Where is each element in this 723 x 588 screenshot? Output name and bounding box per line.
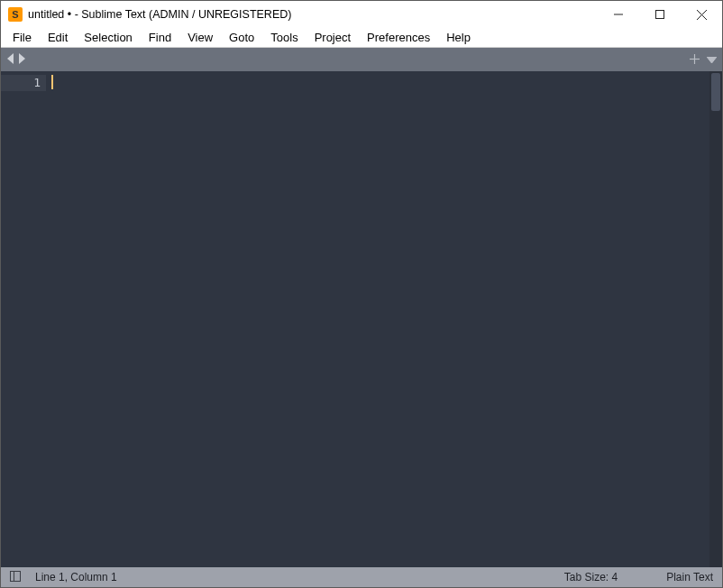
- line-number-1: 1: [1, 75, 46, 91]
- chevron-down-icon: [707, 57, 717, 64]
- menu-selection[interactable]: Selection: [76, 29, 140, 46]
- chevron-left-icon: [6, 53, 15, 64]
- text-cursor: [51, 75, 53, 89]
- tab-prev-button[interactable]: [6, 53, 15, 67]
- svg-marker-4: [7, 53, 14, 64]
- menu-preferences[interactable]: Preferences: [359, 29, 438, 46]
- menu-view[interactable]: View: [179, 29, 221, 46]
- app-icon: S: [8, 7, 23, 22]
- maximize-button[interactable]: [639, 1, 681, 28]
- vertical-scrollbar[interactable]: [709, 71, 722, 567]
- menu-edit[interactable]: Edit: [40, 29, 76, 46]
- minimize-icon: [614, 10, 623, 19]
- new-tab-button[interactable]: [690, 53, 700, 67]
- tab-next-button[interactable]: [17, 53, 26, 67]
- line-number-gutter[interactable]: 1: [1, 71, 46, 567]
- editor-area: 1: [1, 71, 722, 567]
- svg-marker-8: [707, 57, 717, 63]
- chevron-right-icon: [17, 53, 26, 64]
- menu-project[interactable]: Project: [307, 29, 359, 46]
- maximize-icon: [655, 10, 664, 19]
- app-window: S untitled • - Sublime Text (ADMIN / UNR…: [0, 0, 723, 588]
- window-controls: [598, 1, 722, 28]
- menu-find[interactable]: Find: [141, 29, 179, 46]
- tab-strip: [1, 48, 722, 71]
- menu-bar: File Edit Selection Find View Goto Tools…: [1, 28, 722, 48]
- status-position[interactable]: Line 1, Column 1: [35, 571, 117, 583]
- window-title: untitled • - Sublime Text (ADMIN / UNREG…: [28, 8, 291, 21]
- menu-file[interactable]: File: [5, 29, 40, 46]
- svg-marker-5: [19, 53, 25, 64]
- close-icon: [697, 10, 707, 20]
- plus-icon: [690, 54, 700, 64]
- status-tab-size[interactable]: Tab Size: 4: [564, 571, 618, 583]
- status-bar: Line 1, Column 1 Tab Size: 4 Plain Text: [1, 567, 722, 587]
- minimize-button[interactable]: [598, 1, 639, 28]
- tab-nav: [6, 53, 26, 67]
- title-bar: S untitled • - Sublime Text (ADMIN / UNR…: [1, 1, 722, 28]
- tab-menu-button[interactable]: [707, 53, 717, 67]
- close-button[interactable]: [681, 1, 722, 28]
- code-area[interactable]: [46, 71, 709, 567]
- menu-goto[interactable]: Goto: [221, 29, 262, 46]
- scrollbar-thumb[interactable]: [711, 73, 720, 111]
- panel-icon: [10, 571, 21, 582]
- svg-rect-1: [656, 11, 664, 19]
- menu-help[interactable]: Help: [438, 29, 479, 46]
- status-syntax[interactable]: Plain Text: [666, 571, 713, 583]
- menu-tools[interactable]: Tools: [262, 29, 306, 46]
- sidebar-toggle-button[interactable]: [10, 571, 24, 584]
